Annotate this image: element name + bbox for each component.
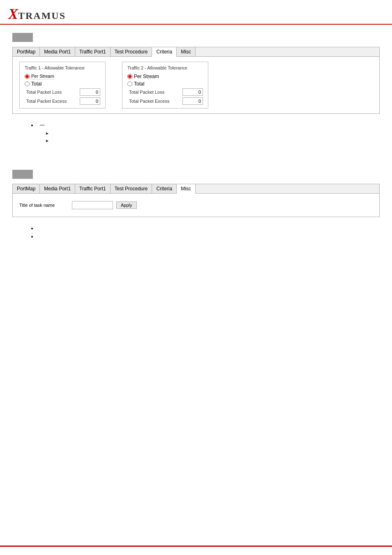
tab-testprocedure-1[interactable]: Test Procedure bbox=[111, 47, 152, 56]
misc-field-row: Title of task name Apply bbox=[19, 199, 373, 212]
logo-text: TRAMUS bbox=[18, 10, 66, 21]
tab-bar-2: PortMap Media Port1 Traffic Port1 Test P… bbox=[13, 184, 379, 194]
tab-bar-1: PortMap Media Port1 Traffic Port1 Test P… bbox=[13, 47, 379, 57]
traffic2-packet-excess-label: Total Packet Excess bbox=[129, 99, 170, 104]
header: X TRAMUS bbox=[0, 0, 392, 25]
traffic2-packet-loss-label: Total Packet Loss bbox=[129, 90, 170, 95]
content-area: PortMap Media Port1 Traffic Port1 Test P… bbox=[0, 25, 392, 250]
traffic1-packet-loss-input[interactable] bbox=[80, 88, 100, 96]
traffic1-per-stream-label: Per Stream bbox=[31, 74, 54, 79]
traffic1-total-label: Total bbox=[31, 81, 42, 87]
gray-bar-2 bbox=[12, 170, 33, 179]
traffic2-per-stream-label: Per Stream bbox=[134, 74, 159, 79]
traffic1-title: Traffic 1 - Allowable Tolerance bbox=[25, 65, 100, 70]
traffic2-packet-excess-input[interactable] bbox=[182, 97, 203, 105]
tolerance-row: Traffic 1 - Allowable Tolerance Per Stre… bbox=[19, 62, 373, 109]
arrow-item-1: ➤ bbox=[45, 130, 380, 136]
traffic1-section: Traffic 1 - Allowable Tolerance Per Stre… bbox=[19, 62, 106, 109]
tab-portmap-1[interactable]: PortMap bbox=[13, 47, 40, 56]
misc-field-input[interactable] bbox=[72, 201, 113, 209]
tab-misc-2[interactable]: Misc bbox=[177, 184, 196, 194]
gray-bar-1 bbox=[12, 33, 33, 42]
traffic2-section: Traffic 2 - Allowable Tolerance Per Stre… bbox=[122, 62, 208, 109]
bullet-dash: — bbox=[37, 122, 45, 128]
apply-button[interactable]: Apply bbox=[116, 201, 137, 209]
traffic2-per-stream-row: Per Stream bbox=[127, 74, 203, 79]
tab-trafficport1-1[interactable]: Traffic Port1 bbox=[75, 47, 111, 56]
misc-tab-content: Title of task name Apply bbox=[13, 194, 379, 217]
traffic2-per-stream-radio[interactable] bbox=[127, 74, 132, 79]
logo-x: X bbox=[8, 5, 18, 23]
traffic1-packet-excess-label: Total Packet Excess bbox=[26, 99, 67, 104]
traffic2-title: Traffic 2 - Allowable Tolerance bbox=[127, 65, 203, 70]
traffic2-packet-excess-row: Total Packet Excess bbox=[129, 97, 203, 105]
logo: X TRAMUS bbox=[8, 5, 66, 23]
arrow-item-2: ➤ bbox=[45, 138, 380, 143]
traffic1-packet-loss-label: Total Packet Loss bbox=[26, 90, 67, 95]
bullet-item-2b bbox=[37, 234, 380, 239]
traffic1-packet-excess-input[interactable] bbox=[80, 97, 100, 105]
bullet-section-2 bbox=[29, 225, 380, 239]
traffic2-total-radio[interactable] bbox=[127, 81, 132, 86]
bullet-item-2a bbox=[37, 225, 380, 231]
criteria-tab-content: Traffic 1 - Allowable Tolerance Per Stre… bbox=[13, 57, 379, 113]
tab-mediaport1-1[interactable]: Media Port1 bbox=[40, 47, 75, 56]
misc-field-label: Title of task name bbox=[19, 203, 69, 208]
traffic1-packet-loss-row: Total Packet Loss bbox=[26, 88, 100, 96]
tab-panel-1: PortMap Media Port1 Traffic Port1 Test P… bbox=[12, 47, 380, 114]
traffic1-per-stream-radio[interactable] bbox=[25, 74, 30, 79]
traffic2-total-label: Total bbox=[134, 81, 144, 87]
tab-mediaport1-2[interactable]: Media Port1 bbox=[40, 184, 75, 193]
tab-portmap-2[interactable]: PortMap bbox=[13, 184, 40, 193]
tab-panel-2: PortMap Media Port1 Traffic Port1 Test P… bbox=[12, 184, 380, 217]
arrow-icon-1: ➤ bbox=[45, 131, 48, 136]
traffic2-packet-loss-input[interactable] bbox=[182, 88, 203, 96]
traffic1-per-stream-row: Per Stream bbox=[25, 74, 100, 79]
bullet-item-1: — bbox=[37, 122, 380, 128]
tab-misc-1[interactable]: Misc bbox=[177, 47, 196, 56]
arrow-icon-2: ➤ bbox=[45, 139, 48, 143]
tab-testprocedure-2[interactable]: Test Procedure bbox=[111, 184, 152, 193]
bullet-section-1: — ➤ ➤ bbox=[29, 122, 380, 143]
tab-criteria-2[interactable]: Criteria bbox=[152, 184, 177, 193]
tab-criteria-1[interactable]: Criteria bbox=[152, 47, 177, 57]
traffic1-total-row: Total bbox=[25, 81, 100, 87]
traffic2-total-row: Total bbox=[127, 81, 203, 87]
tab-trafficport1-2[interactable]: Traffic Port1 bbox=[75, 184, 111, 193]
traffic2-packet-loss-row: Total Packet Loss bbox=[129, 88, 203, 96]
traffic1-packet-excess-row: Total Packet Excess bbox=[26, 97, 100, 105]
footer-line bbox=[0, 546, 392, 547]
traffic1-total-radio[interactable] bbox=[25, 81, 30, 86]
